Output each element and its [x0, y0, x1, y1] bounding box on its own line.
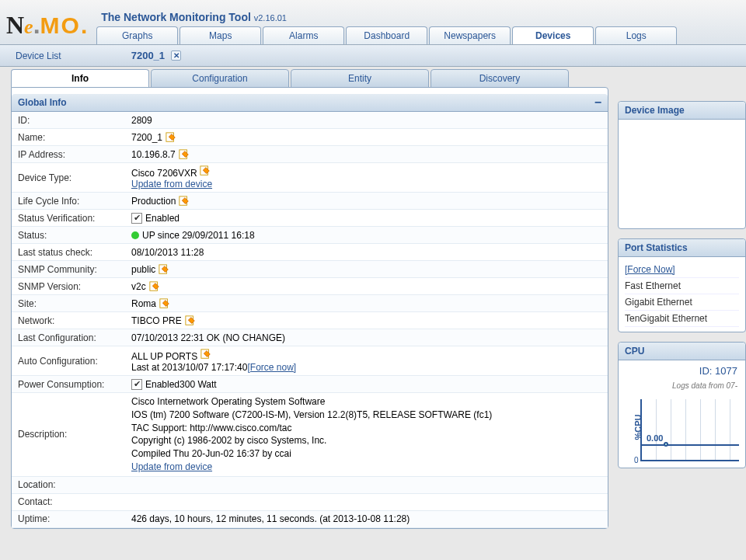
value-site: Roma [131, 298, 156, 309]
port-fast-ethernet[interactable]: Fast Ethernet [625, 278, 739, 294]
cpu-value-label: 0.00 [647, 433, 663, 443]
label-network: Network: [18, 315, 131, 326]
update-from-device-link[interactable]: Update from device [131, 461, 212, 472]
tab-entity[interactable]: Entity [291, 69, 429, 88]
global-info-header: Global Info [18, 97, 67, 108]
label-snmpver: SNMP Version: [18, 281, 131, 292]
value-desc2: IOS (tm) 7200 Software (C7200-IS-M), Ver… [131, 409, 492, 420]
device-image-header: Device Image [625, 105, 685, 116]
value-name: 7200_1 [131, 132, 162, 143]
logo: Ne.MO. [6, 11, 87, 44]
port-gigabit-ethernet[interactable]: Gigabit Ethernet [625, 294, 739, 311]
value-desc4: Copyright (c) 1986-2002 by cisco Systems… [131, 435, 326, 446]
cpu-zero-tick: 0 [634, 456, 639, 464]
device-list-link[interactable]: Device List [16, 50, 61, 61]
label-lastconf: Last Configuration: [18, 332, 131, 343]
value-snmpcomm: public [131, 264, 155, 275]
label-statusver: Status Verification: [18, 213, 131, 224]
device-image-body [619, 120, 745, 228]
force-now-link[interactable]: [Force now] [247, 362, 296, 373]
port-stats-header: Port Statistics [625, 242, 688, 253]
edit-icon[interactable] [179, 196, 190, 207]
value-ip: 10.196.8.7 [131, 149, 176, 160]
tab-maps[interactable]: Maps [180, 26, 261, 44]
tab-configuration[interactable]: Configuration [151, 69, 289, 88]
label-location: Location: [18, 479, 131, 490]
value-network: TIBCO PRE [131, 315, 182, 326]
edit-icon[interactable] [166, 132, 176, 143]
value-power: Enabled300 Watt [145, 379, 217, 390]
app-title-text: The Network Monitoring Tool [101, 11, 251, 23]
label-status: Status: [18, 230, 131, 241]
cpu-line [642, 444, 739, 446]
tab-devices[interactable]: Devices [512, 26, 594, 44]
edit-icon[interactable] [159, 264, 169, 275]
edit-icon[interactable] [179, 149, 190, 160]
value-autoconf2: Last at 2013/10/07 17:17:40 [131, 362, 247, 373]
edit-icon[interactable] [200, 349, 211, 360]
update-from-device-link[interactable]: Update from device [131, 179, 212, 190]
label-contact: Contact: [18, 496, 131, 507]
tab-info[interactable]: Info [11, 69, 149, 88]
value-lifecycle: Production [131, 196, 176, 207]
close-icon[interactable]: ✕ [171, 50, 181, 61]
value-laststatus: 08/10/2013 11:28 [131, 247, 601, 258]
power-checkbox[interactable]: ✔ [131, 379, 142, 390]
status-verification-checkbox[interactable]: ✔ [131, 213, 142, 224]
label-name: Name: [18, 132, 131, 143]
cpu-chart: ID: 1077 Logs data from 07- %CPU 0 0.00 [619, 360, 745, 468]
value-lastconf: 07/10/2013 22:31 OK (NO CHANGE) [131, 332, 601, 343]
edit-icon[interactable] [149, 281, 160, 292]
tab-graphs[interactable]: Graphs [96, 26, 178, 44]
label-uptime: Uptime: [18, 513, 131, 524]
label-autoconf: Auto Configuration: [18, 356, 131, 367]
tab-discovery[interactable]: Discovery [431, 69, 569, 88]
port-force-now-link[interactable]: [Force Now] [625, 262, 739, 278]
tab-alarms[interactable]: Alarms [263, 26, 344, 44]
value-desc5: Compiled Thu 20-Jun-02 16:37 by ccai [131, 448, 291, 459]
app-title: The Network Monitoring Tool v2.16.01 [96, 8, 740, 26]
port-tengigabit-ethernet[interactable]: TenGigabit Ethernet [625, 311, 739, 327]
edit-icon[interactable] [159, 298, 170, 309]
value-uptime: 426 days, 10 hours, 12 minutes, 11 secon… [131, 513, 601, 524]
label-power: Power Consumption: [18, 379, 131, 390]
collapse-icon[interactable]: − [594, 99, 601, 106]
label-laststatus: Last status check: [18, 247, 131, 258]
value-devtype: Cisco 7206VXR [131, 168, 197, 179]
label-desc: Description: [18, 429, 131, 440]
cpu-point [664, 442, 668, 447]
cpu-id-label: ID: 1077 [623, 365, 741, 377]
cpu-header: CPU [625, 346, 644, 357]
cpu-ylabel: %CPU [633, 414, 643, 440]
edit-icon[interactable] [200, 165, 211, 176]
app-version: v2.16.01 [254, 13, 287, 23]
label-lifecycle: Life Cycle Info: [18, 196, 131, 207]
value-statusver: Enabled [145, 213, 180, 224]
tab-logs[interactable]: Logs [595, 26, 677, 44]
label-snmpcomm: SNMP Community: [18, 264, 131, 275]
edit-icon[interactable] [185, 315, 196, 326]
current-device-tab: 7200_1 ✕ [131, 50, 181, 61]
label-id: ID: [18, 115, 131, 126]
tab-dashboard[interactable]: Dashboard [346, 26, 427, 44]
value-autoconf1: ALL UP PORTS [131, 351, 197, 362]
tab-newspapers[interactable]: Newspapers [429, 26, 511, 44]
cpu-logs-label: Logs data from 07- [623, 377, 741, 391]
value-status: UP since 29/09/2011 16:18 [142, 230, 255, 241]
label-devtype: Device Type: [18, 172, 131, 183]
value-desc3: TAC Support: http://www.cisco.com/tac [131, 423, 292, 433]
label-site: Site: [18, 298, 131, 309]
label-ip: IP Address: [18, 149, 131, 160]
current-device-label: 7200_1 [131, 50, 165, 61]
value-snmpver: v2c [131, 281, 146, 292]
status-up-icon [131, 231, 139, 239]
main-tabs: Graphs Maps Alarms Dashboard Newspapers … [96, 26, 740, 44]
value-desc1: Cisco Internetwork Operating System Soft… [131, 396, 325, 407]
value-id: 2809 [131, 115, 601, 126]
